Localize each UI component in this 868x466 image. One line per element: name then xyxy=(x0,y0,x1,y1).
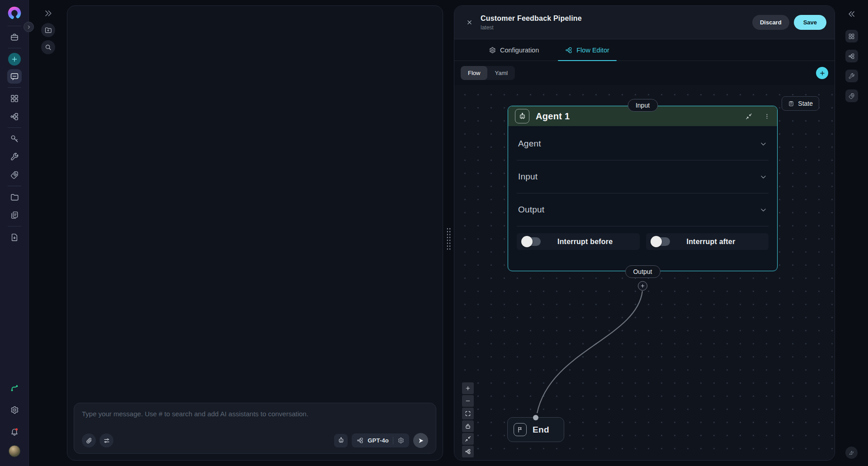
save-button[interactable]: Save xyxy=(794,15,826,30)
assistant-picker-button[interactable] xyxy=(334,434,348,447)
node-sections: Agent Input Output xyxy=(517,127,769,226)
resize-grip-handle[interactable] xyxy=(446,227,451,251)
rail-item-components[interactable] xyxy=(845,30,858,42)
divider xyxy=(8,127,21,128)
model-settings-icon[interactable] xyxy=(397,437,404,444)
rail-item-tools[interactable] xyxy=(845,70,858,82)
folder-icon xyxy=(10,193,19,202)
feedback-button[interactable] xyxy=(845,447,858,459)
workflow-icon xyxy=(848,53,855,60)
tab-label: Configuration xyxy=(500,47,539,54)
model-selector[interactable]: GPT-4o xyxy=(352,433,409,447)
expand-panel-button[interactable] xyxy=(44,9,52,18)
tab-flow-editor[interactable]: Flow Editor xyxy=(561,39,613,61)
interrupt-before-toggle-box: Interrupt before xyxy=(517,233,640,250)
sidebar-item-chat[interactable] xyxy=(7,69,22,84)
collapse-all-button[interactable] xyxy=(462,433,474,445)
app-logo-icon[interactable] xyxy=(6,5,23,22)
interrupt-after-switch[interactable] xyxy=(651,237,670,246)
attach-button[interactable] xyxy=(82,433,96,447)
discard-button[interactable]: Discard xyxy=(752,15,789,30)
wrench-icon xyxy=(10,152,19,161)
chat-icon xyxy=(10,72,19,81)
section-output[interactable]: Output xyxy=(517,193,769,226)
plus-icon xyxy=(640,283,645,288)
fit-view-button[interactable] xyxy=(462,408,474,419)
tab-configuration[interactable]: Configuration xyxy=(485,39,542,61)
end-node[interactable]: End xyxy=(507,417,564,442)
sidebar-item-tools[interactable] xyxy=(7,150,22,164)
zoom-out-button[interactable] xyxy=(462,395,474,407)
workflow-icon xyxy=(10,112,19,121)
chat-mini-rail xyxy=(29,0,67,466)
search-button[interactable] xyxy=(41,40,55,54)
sidebar-item-flows[interactable] xyxy=(7,109,22,124)
sidebar-item-import[interactable] xyxy=(7,230,22,245)
switch-knob xyxy=(651,236,662,247)
agent-node-title: Agent 1 xyxy=(536,111,570,122)
sliders-icon xyxy=(103,437,110,444)
chat-settings-button[interactable] xyxy=(99,433,113,447)
chevron-down-icon xyxy=(760,173,767,181)
sidebar-item-labels[interactable] xyxy=(7,168,22,182)
divider xyxy=(8,48,21,48)
kebab-menu-icon[interactable] xyxy=(764,113,770,120)
key-icon xyxy=(10,134,19,143)
chat-right-controls: GPT-4o xyxy=(334,433,428,448)
paperclip-icon xyxy=(85,437,93,444)
double-chevron-left-icon xyxy=(848,10,856,18)
workflow-icon xyxy=(357,437,363,444)
lock-button[interactable] xyxy=(462,420,474,432)
send-icon xyxy=(417,437,425,444)
sidebar-item-settings[interactable] xyxy=(7,403,22,417)
rail-item-labels[interactable] xyxy=(845,89,858,102)
end-node-input-handle[interactable] xyxy=(533,415,538,420)
left-sidebar xyxy=(0,0,29,466)
header-actions: Discard Save xyxy=(752,15,826,30)
close-panel-button[interactable] xyxy=(462,19,476,26)
send-button[interactable] xyxy=(413,433,428,448)
flow-canvas[interactable]: State Input Agent 1 Agent xyxy=(454,85,835,460)
minus-icon xyxy=(465,398,471,404)
chat-controls: GPT-4o xyxy=(82,433,428,448)
section-agent[interactable]: Agent xyxy=(517,127,769,160)
end-node-label: End xyxy=(533,425,549,435)
sidebar-item-keys[interactable] xyxy=(7,132,22,146)
sidebar-expand-button[interactable] xyxy=(24,22,34,32)
sidebar-item-documents[interactable] xyxy=(7,208,22,222)
editor-tabs: Configuration Flow Editor xyxy=(454,39,835,61)
chat-message-input[interactable] xyxy=(82,410,428,418)
pipeline-title-group: Customer Feedback Pipeline latest xyxy=(481,14,582,31)
interrupt-toggles: Interrupt before Interrupt after xyxy=(517,233,769,250)
gear-icon xyxy=(489,47,496,54)
sidebar-item-apps[interactable] xyxy=(7,91,22,106)
search-icon xyxy=(44,43,52,51)
state-button[interactable]: State xyxy=(782,96,819,111)
zoom-in-button[interactable] xyxy=(462,382,474,394)
sidebar-item-notifications[interactable] xyxy=(7,424,22,439)
sidebar-item-files[interactable] xyxy=(7,190,22,204)
toggle-label: Interrupt before xyxy=(557,238,613,246)
node-output-handle[interactable]: Output xyxy=(625,265,660,278)
new-folder-button[interactable] xyxy=(41,23,55,37)
briefcase-icon xyxy=(10,33,19,42)
section-input[interactable]: Input xyxy=(517,160,769,193)
add-node-button[interactable] xyxy=(816,67,828,79)
agent-node[interactable]: Input Agent 1 Agent xyxy=(508,106,778,271)
sidebar-item-workspace[interactable] xyxy=(7,30,22,44)
auto-layout-button[interactable] xyxy=(462,446,474,457)
view-mode-yaml[interactable]: Yaml xyxy=(487,66,515,80)
sidebar-new-button[interactable] xyxy=(8,53,21,66)
view-mode-flow[interactable]: Flow xyxy=(461,66,487,80)
add-edge-handle[interactable] xyxy=(638,281,647,291)
node-input-handle[interactable]: Input xyxy=(627,99,658,112)
collapse-node-icon[interactable] xyxy=(745,113,752,120)
interrupt-before-switch[interactable] xyxy=(522,237,541,246)
rail-item-flows[interactable] xyxy=(845,50,858,62)
collapse-rail-button[interactable] xyxy=(848,10,856,18)
chevron-right-icon xyxy=(26,24,32,30)
sidebar-item-pipelines[interactable] xyxy=(7,381,22,395)
interrupt-after-toggle-box: Interrupt after xyxy=(646,233,769,250)
user-avatar[interactable] xyxy=(9,445,20,457)
switch-knob xyxy=(521,236,533,247)
